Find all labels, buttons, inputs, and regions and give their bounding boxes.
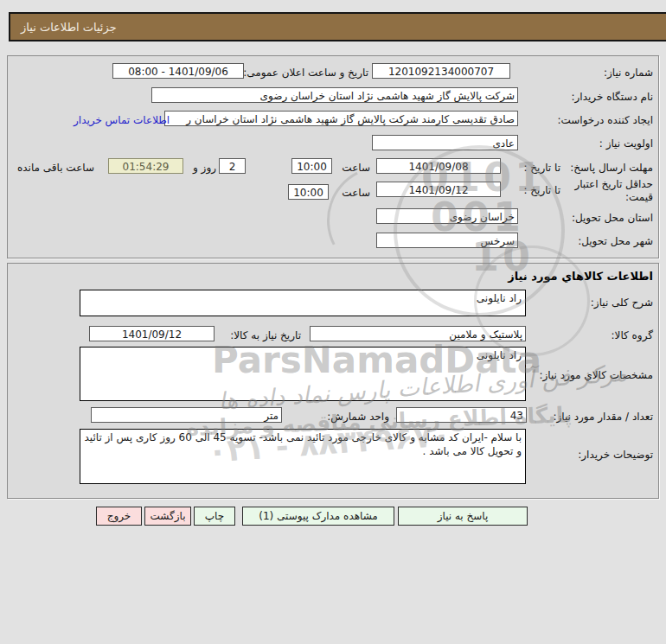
delivery-province-field[interactable]: خراسان رضوی (376, 208, 518, 224)
priority-label: اولویت نیاز : (599, 137, 653, 150)
window-title-bar: جزئیات اطلاعات نیاز (9, 12, 666, 41)
priority-field[interactable]: عادی (372, 135, 518, 150)
need-details-window: جزئیات اطلاعات نیاز شماره نیاز: 12010921… (0, 0, 666, 644)
delivery-city-field[interactable]: سرخس (376, 233, 518, 248)
reply-deadline-until-label: تا تاریخ : (523, 162, 560, 174)
need-date-label: تاریخ نیاز به کالا: (230, 329, 301, 341)
delivery-city-label: شهر محل تحویل: (578, 235, 653, 247)
specs-label: مشخصات کالاي مورد نیاز: (539, 369, 653, 381)
announce-datetime-field[interactable]: 1401/09/06 - 08:00 (112, 63, 244, 79)
price-validity-hour-label: ساعت (342, 187, 370, 199)
goods-group-label: گروه کالا: (612, 329, 654, 341)
view-attached-docs-button[interactable]: مشاهده مدارک پیوستی (1) (242, 507, 394, 526)
price-validity-label: حداقل تاریخ اعتبار قیمت: (560, 178, 653, 204)
buyer-contact-link[interactable]: اطلاعات تماس خریدار (74, 114, 170, 126)
price-validity-until-label: تا تاریخ : (523, 184, 560, 196)
remaining-days-field: 2 (219, 158, 246, 174)
need-date-field[interactable]: 1401/09/12 (89, 326, 215, 341)
price-validity-date-field[interactable]: 1401/09/12 (376, 182, 501, 197)
reply-deadline-hour-label: ساعت (342, 162, 370, 174)
announce-datetime-label: تاریخ و ساعت اعلان عمومی: (243, 67, 368, 79)
reply-deadline-date-field[interactable]: 1401/09/08 (376, 158, 501, 174)
goods-group-field[interactable]: پلاستیک و ملامین (310, 326, 526, 341)
print-button[interactable]: چاپ (194, 507, 235, 526)
quantity-label: تعداد / مقدار مورد نیاز: (553, 411, 653, 423)
need-number-label: شماره نیاز: (604, 67, 653, 79)
price-validity-time-field[interactable]: 10:00 (288, 184, 329, 200)
general-desc-textarea[interactable]: راد نایلونی (80, 290, 526, 316)
delivery-province-label: استان محل تحویل: (572, 212, 653, 224)
countdown-timer: 01:54:29 (108, 158, 183, 174)
hours-remaining-label: ساعت باقی مانده (17, 162, 94, 174)
exit-button[interactable]: خروج (96, 507, 142, 526)
back-button[interactable]: بازگشت (144, 507, 191, 526)
quantity-field[interactable]: 43 (396, 407, 527, 423)
buyer-notes-label: توضیحات خریدار: (578, 449, 653, 461)
specs-textarea[interactable]: راد نایلونی (80, 347, 526, 401)
days-and-label: روز و (193, 162, 216, 174)
buyer-org-label: نام دستگاه خریدار: (572, 91, 654, 103)
respond-to-need-button[interactable]: پاسخ به نیاز (398, 507, 528, 526)
need-number-field[interactable]: 1201092134000707 (372, 63, 510, 79)
request-creator-field[interactable]: صادق تقدیسی کارمند شرکت پالایش گاز شهید … (164, 111, 518, 126)
need-info-panel (7, 55, 659, 258)
goods-section-title: اطلاعات کالاهاي مورد نیاز (508, 270, 653, 283)
buyer-org-field[interactable]: شرکت پالایش گاز شهید هاشمی نژاد استان خر… (151, 87, 518, 103)
page-title: جزئیات اطلاعات نیاز (21, 21, 117, 34)
reply-deadline-label: مهلت ارسال پاسخ: (570, 162, 653, 174)
unit-field[interactable]: متر (91, 407, 282, 423)
request-creator-label: ایجاد کننده درخواست: (557, 114, 653, 126)
general-desc-label: شرح کلی نیاز: (591, 296, 653, 309)
buyer-notes-textarea[interactable]: با سلام -ایران کد مشابه و کالای خارجی مو… (80, 429, 526, 484)
reply-deadline-time-field[interactable]: 10:00 (291, 158, 332, 174)
unit-label: واحد شمارش: (327, 411, 389, 423)
